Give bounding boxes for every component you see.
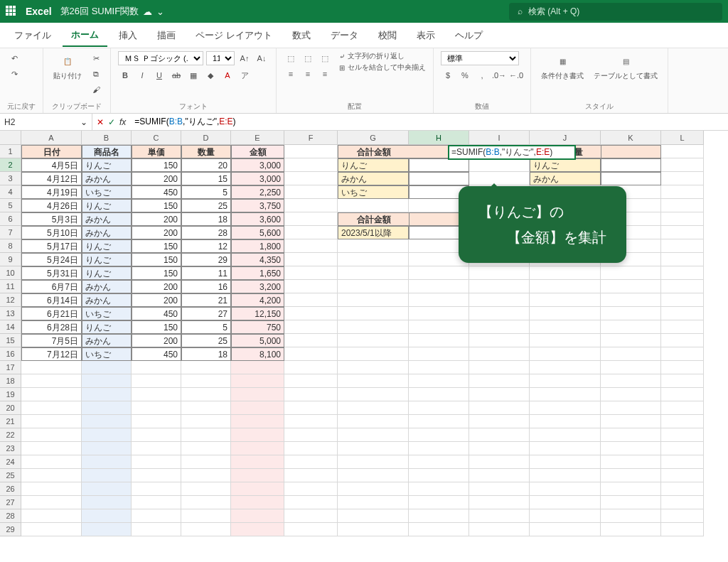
cell-A4[interactable]: 4月19日: [21, 185, 82, 199]
cell-B4[interactable]: いちご: [82, 185, 132, 199]
cell-G6[interactable]: 合計金額: [338, 212, 409, 226]
cell-C7[interactable]: 200: [132, 226, 181, 239]
cell-H27[interactable]: [409, 496, 469, 509]
cell-L3[interactable]: [661, 172, 704, 185]
fx-icon[interactable]: fx: [119, 117, 126, 127]
align-top-button[interactable]: ⬚: [284, 51, 298, 65]
cell-J27[interactable]: [530, 496, 601, 509]
cell-G3[interactable]: みかん: [338, 172, 409, 185]
cell-I17[interactable]: [469, 361, 530, 374]
row-header[interactable]: 24: [0, 455, 21, 469]
row-header[interactable]: 9: [0, 253, 21, 266]
cell-F14[interactable]: [284, 320, 338, 334]
cell-J18[interactable]: [530, 374, 601, 388]
cell-C11[interactable]: 200: [132, 280, 181, 293]
cell-D5[interactable]: 25: [181, 199, 231, 212]
cell-D18[interactable]: [181, 374, 231, 388]
cell-I20[interactable]: [469, 401, 530, 415]
cell-C24[interactable]: [132, 455, 181, 469]
cell-A9[interactable]: 5月24日: [21, 253, 82, 266]
cell-D25[interactable]: [181, 469, 231, 482]
cell-D11[interactable]: 16: [181, 280, 231, 293]
cell-D10[interactable]: 11: [181, 266, 231, 280]
merge-center-button[interactable]: ⊞セルを結合して中央揃え: [339, 63, 426, 72]
cell-I26[interactable]: [469, 482, 530, 496]
cell-J19[interactable]: [530, 388, 601, 401]
cell-I18[interactable]: [469, 374, 530, 388]
cell-E16[interactable]: 8,100: [231, 347, 284, 361]
align-middle-button[interactable]: ⬚: [301, 51, 315, 65]
border-button[interactable]: ▦: [186, 68, 200, 82]
cell-K15[interactable]: [601, 334, 661, 347]
cell-I21[interactable]: [469, 415, 530, 428]
cell-C6[interactable]: 200: [132, 212, 181, 226]
cell-C2[interactable]: 150: [132, 158, 181, 172]
cell-G21[interactable]: [338, 415, 409, 428]
cell-G14[interactable]: [338, 320, 409, 334]
cell-G10[interactable]: [338, 266, 409, 280]
cell-L13[interactable]: [661, 307, 704, 320]
cell-A20[interactable]: [21, 401, 82, 415]
cell-G4[interactable]: いちご: [338, 185, 409, 199]
tab-表示[interactable]: 表示: [408, 25, 444, 46]
cell-B2[interactable]: りんご: [82, 158, 132, 172]
row-header[interactable]: 19: [0, 388, 21, 401]
cell-K22[interactable]: [601, 428, 661, 442]
cell-C28[interactable]: [132, 509, 181, 523]
cell-G27[interactable]: [338, 496, 409, 509]
cell-A24[interactable]: [21, 455, 82, 469]
cell-G15[interactable]: [338, 334, 409, 347]
cell-B27[interactable]: [82, 496, 132, 509]
tab-ファイル[interactable]: ファイル: [6, 25, 60, 46]
cancel-formula-button[interactable]: ✕: [97, 117, 104, 127]
cell-H21[interactable]: [409, 415, 469, 428]
cell-J2[interactable]: りんご: [530, 158, 601, 172]
cell-H2[interactable]: [409, 158, 469, 172]
cell-J24[interactable]: [530, 455, 601, 469]
row-header[interactable]: 18: [0, 374, 21, 388]
cell-B16[interactable]: いちご: [82, 347, 132, 361]
cell-C15[interactable]: 200: [132, 334, 181, 347]
cell-A17[interactable]: [21, 361, 82, 374]
cell-K16[interactable]: [601, 347, 661, 361]
cell-B17[interactable]: [82, 361, 132, 374]
cell-K20[interactable]: [601, 401, 661, 415]
app-launcher-icon[interactable]: [6, 6, 17, 17]
row-header[interactable]: 21: [0, 415, 21, 428]
row-header[interactable]: 28: [0, 509, 21, 523]
cell-E4[interactable]: 2,250: [231, 185, 284, 199]
cell-J23[interactable]: [530, 442, 601, 455]
cell-L11[interactable]: [661, 280, 704, 293]
cell-L12[interactable]: [661, 293, 704, 307]
wrap-text-button[interactable]: ⤶文字列の折り返し: [339, 51, 426, 61]
column-header-F[interactable]: F: [284, 131, 338, 145]
cell-B25[interactable]: [82, 469, 132, 482]
cell-C23[interactable]: [132, 442, 181, 455]
cell-A19[interactable]: [21, 388, 82, 401]
cell-A7[interactable]: 5月10日: [21, 226, 82, 239]
cell-C21[interactable]: [132, 415, 181, 428]
cell-C1[interactable]: 単価: [132, 145, 181, 158]
cell-H17[interactable]: [409, 361, 469, 374]
cell-F15[interactable]: [284, 334, 338, 347]
cell-D23[interactable]: [181, 442, 231, 455]
cell-E7[interactable]: 5,600: [231, 226, 284, 239]
cell-A28[interactable]: [21, 509, 82, 523]
cell-L29[interactable]: [661, 523, 704, 536]
cell-A21[interactable]: [21, 415, 82, 428]
cell-B5[interactable]: りんご: [82, 199, 132, 212]
strike-button[interactable]: ab: [169, 68, 183, 82]
cell-F2[interactable]: [284, 158, 338, 172]
cell-E15[interactable]: 5,000: [231, 334, 284, 347]
column-header-C[interactable]: C: [132, 131, 181, 145]
cell-F11[interactable]: [284, 280, 338, 293]
name-box[interactable]: H2 ⌄: [0, 114, 92, 130]
tab-ヘルプ[interactable]: ヘルプ: [446, 25, 491, 46]
column-header-J[interactable]: J: [530, 131, 601, 145]
cell-B9[interactable]: りんご: [82, 253, 132, 266]
row-header[interactable]: 23: [0, 442, 21, 455]
cell-L18[interactable]: [661, 374, 704, 388]
cell-D13[interactable]: 27: [181, 307, 231, 320]
cell-A6[interactable]: 5月3日: [21, 212, 82, 226]
column-header-K[interactable]: K: [601, 131, 661, 145]
